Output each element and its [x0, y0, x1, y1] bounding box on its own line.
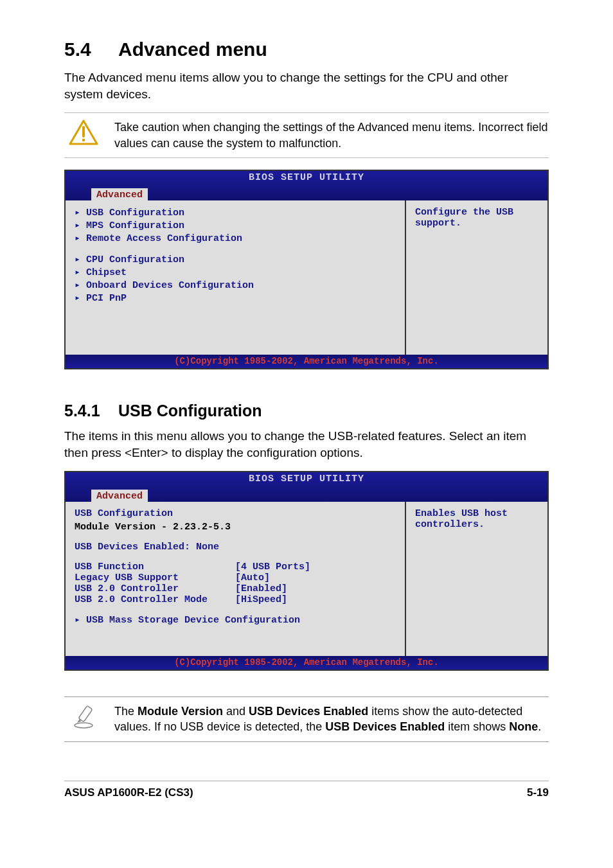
bios-help-panel: Enables USB host controllers. — [406, 502, 547, 656]
bios-item-chipset[interactable]: ▸Chipset — [75, 267, 396, 279]
bios-item-usb-configuration[interactable]: ▸USB Configuration — [75, 207, 396, 220]
svg-rect-4 — [78, 705, 93, 722]
arrow-icon: ▸ — [75, 614, 81, 627]
bios-item-label: USB Configuration — [86, 207, 184, 220]
subsection-intro: The items in this menu allows you to cha… — [64, 428, 549, 461]
bios-item-label: Onboard Devices Configuration — [86, 279, 254, 292]
bios-menu-list: ▸USB Configuration ▸MPS Configuration ▸R… — [66, 200, 406, 355]
setting-key: Legacy USB Support — [75, 572, 235, 583]
note-text-fragment: The — [114, 705, 138, 718]
bios-tab-advanced[interactable]: Advanced — [91, 188, 148, 200]
bios-setting-usb2-controller[interactable]: USB 2.0 Controller[Enabled] — [75, 583, 396, 594]
note-text-fragment: item shows — [445, 720, 509, 733]
note-text: The Module Version and USB Devices Enabl… — [114, 704, 549, 735]
bios-screenshot-advanced: BIOS SETUP UTILITY Advanced ▸USB Configu… — [64, 170, 549, 369]
bios-title: BIOS SETUP UTILITY — [66, 474, 547, 484]
note-bold: USB Devices Enabled — [325, 720, 445, 733]
bios-help-text: Enables USB host controllers. — [415, 508, 538, 530]
footer-page-number: 5-19 — [527, 786, 549, 799]
svg-point-2 — [82, 139, 85, 142]
bios-setting-usb-function[interactable]: USB Function[4 USB Ports] — [75, 562, 396, 572]
bios-item-mps-configuration[interactable]: ▸MPS Configuration — [75, 220, 396, 233]
bios-panel-title: USB Configuration — [75, 508, 396, 519]
note-text-fragment: and — [223, 705, 249, 718]
bios-titlebar: BIOS SETUP UTILITY Advanced — [66, 472, 547, 502]
arrow-icon: ▸ — [75, 267, 81, 279]
bios-item-cpu-configuration[interactable]: ▸CPU Configuration — [75, 254, 396, 267]
setting-key: USB 2.0 Controller — [75, 583, 235, 594]
setting-value: [Enabled] — [235, 583, 287, 594]
setting-value: [HiSpeed] — [235, 594, 287, 605]
bios-tab-advanced[interactable]: Advanced — [91, 490, 148, 502]
bios-usb-panel: USB Configuration Module Version - 2.23.… — [66, 502, 406, 656]
setting-key: USB 2.0 Controller Mode — [75, 594, 235, 605]
caution-text: Take caution when changing the settings … — [114, 120, 549, 151]
section-number: 5.4 — [64, 39, 118, 60]
note-bold: Module Version — [138, 705, 223, 718]
note-text-fragment: . — [538, 720, 541, 733]
setting-value: [4 USB Ports] — [235, 562, 310, 572]
caution-icon — [64, 120, 103, 145]
arrow-icon: ▸ — [75, 207, 81, 220]
arrow-icon: ▸ — [75, 233, 81, 245]
arrow-icon: ▸ — [75, 279, 81, 292]
subsection-number: 5.4.1 — [64, 402, 118, 420]
arrow-icon: ▸ — [75, 292, 81, 305]
note-bold: USB Devices Enabled — [249, 705, 368, 718]
section-title: Advanced menu — [118, 39, 267, 60]
setting-value: [Auto] — [235, 572, 270, 583]
info-note: The Module Version and USB Devices Enabl… — [64, 696, 549, 742]
bios-item-label: Remote Access Configuration — [86, 233, 242, 245]
bios-item-label: Chipset — [86, 267, 127, 279]
arrow-icon: ▸ — [75, 220, 81, 233]
subsection-heading: 5.4.1USB Configuration — [64, 402, 549, 420]
svg-point-3 — [75, 723, 93, 728]
setting-key: USB Function — [75, 562, 235, 572]
note-icon — [64, 704, 103, 729]
bios-item-label: MPS Configuration — [86, 220, 184, 233]
bios-screenshot-usb-config: BIOS SETUP UTILITY Advanced USB Configur… — [64, 471, 549, 671]
bios-help-panel: Configure the USB support. — [406, 200, 547, 355]
arrow-icon: ▸ — [75, 254, 81, 267]
bios-item-pci-pnp[interactable]: ▸PCI PnP — [75, 292, 396, 305]
bios-item-label: USB Mass Storage Device Configuration — [86, 614, 300, 627]
page-footer: ASUS AP1600R-E2 (CS3) 5-19 — [64, 781, 549, 799]
bios-item-onboard-devices[interactable]: ▸Onboard Devices Configuration — [75, 279, 396, 292]
bios-title: BIOS SETUP UTILITY — [66, 172, 547, 183]
bios-module-version: Module Version - 2.23.2-5.3 — [75, 522, 396, 533]
bios-copyright: (C)Copyright 1985-2002, American Megatre… — [66, 656, 547, 669]
bios-setting-usb2-mode[interactable]: USB 2.0 Controller Mode[HiSpeed] — [75, 594, 396, 605]
bios-item-remote-access[interactable]: ▸Remote Access Configuration — [75, 233, 396, 245]
bios-devices-enabled: USB Devices Enabled: None — [75, 542, 396, 553]
bios-item-label: PCI PnP — [86, 292, 127, 305]
footer-product: ASUS AP1600R-E2 (CS3) — [64, 786, 193, 799]
intro-paragraph: The Advanced menu items allow you to cha… — [64, 69, 549, 102]
bios-help-text: Configure the USB support. — [415, 207, 538, 229]
caution-note: Take caution when changing the settings … — [64, 112, 549, 158]
bios-item-label: CPU Configuration — [86, 254, 184, 267]
section-heading: 5.4Advanced menu — [64, 39, 549, 60]
bios-copyright: (C)Copyright 1985-2002, American Megatre… — [66, 355, 547, 368]
note-bold: None — [509, 720, 538, 733]
bios-setting-legacy-usb[interactable]: Legacy USB Support[Auto] — [75, 572, 396, 583]
bios-item-mass-storage[interactable]: ▸USB Mass Storage Device Configuration — [75, 614, 396, 627]
bios-titlebar: BIOS SETUP UTILITY Advanced — [66, 171, 547, 200]
subsection-title: USB Configuration — [118, 402, 262, 420]
